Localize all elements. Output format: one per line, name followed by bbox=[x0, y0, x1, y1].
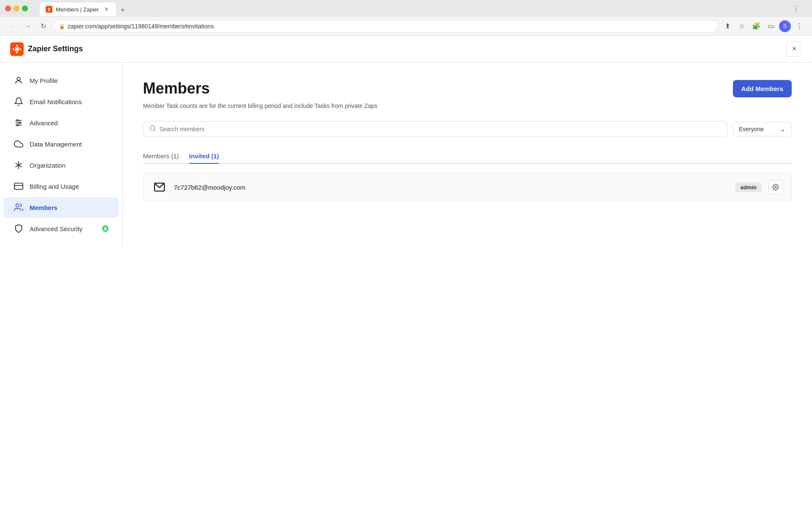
bell-icon bbox=[14, 97, 24, 107]
search-input[interactable] bbox=[159, 126, 721, 133]
page-header: Members Add Members bbox=[143, 80, 792, 97]
svg-point-6 bbox=[16, 124, 18, 126]
person-icon bbox=[14, 75, 24, 86]
sidebar-label-advanced: Advanced bbox=[30, 119, 109, 127]
page-title: Members bbox=[143, 80, 210, 97]
sidebar-label-advanced-security: Advanced Security bbox=[30, 225, 96, 232]
tab-favicon bbox=[46, 6, 52, 13]
shield-icon bbox=[14, 224, 24, 234]
lock-badge bbox=[102, 225, 109, 232]
sidebar: My Profile Email Notifications Advanced … bbox=[0, 63, 123, 246]
browser-tab[interactable]: Members | Zapier × bbox=[40, 3, 116, 16]
chevron-down-icon: ⌄ bbox=[780, 126, 785, 133]
back-button[interactable]: ← bbox=[7, 20, 19, 32]
url-text: zapier.com/app/settings/11980149/members… bbox=[68, 23, 712, 30]
svg-point-17 bbox=[775, 186, 776, 188]
sidebar-label-email-notifications: Email Notifications bbox=[30, 98, 109, 105]
zapier-logo-icon bbox=[10, 42, 24, 56]
sidebar-label-data-management: Data Management bbox=[30, 141, 109, 148]
sidebar-item-advanced-security[interactable]: Advanced Security bbox=[3, 218, 119, 239]
sidebar-item-email-notifications[interactable]: Email Notifications bbox=[3, 91, 119, 112]
member-row: 7c727b62@moodjoy.com admin bbox=[143, 172, 792, 202]
svg-rect-10 bbox=[14, 183, 23, 190]
tab-invited[interactable]: Invited (1) bbox=[189, 149, 219, 164]
profile-avatar[interactable]: S bbox=[779, 20, 791, 32]
address-bar[interactable]: 🔒 zapier.com/app/settings/11980149/membe… bbox=[52, 20, 718, 33]
add-members-button[interactable]: Add Members bbox=[733, 80, 792, 97]
page-subtitle: Member Task counts are for the current b… bbox=[143, 102, 792, 109]
filter-select-label: Everyone bbox=[739, 126, 764, 133]
bookmark-button[interactable]: ☆ bbox=[736, 20, 748, 32]
tab-members[interactable]: Members (1) bbox=[143, 149, 179, 164]
tab-title: Members | Zapier bbox=[56, 6, 100, 13]
filter-select[interactable]: Everyone ⌄ bbox=[732, 122, 792, 136]
sidebar-item-my-profile[interactable]: My Profile bbox=[3, 70, 119, 91]
extensions-button[interactable]: 🧩 bbox=[750, 20, 762, 32]
svg-point-4 bbox=[16, 120, 18, 121]
search-wrapper bbox=[143, 121, 727, 137]
ssl-lock-icon: 🔒 bbox=[59, 23, 65, 29]
browser-menu-button[interactable]: ⋮ bbox=[793, 20, 805, 32]
search-icon bbox=[149, 125, 156, 133]
sidebar-item-members[interactable]: Members bbox=[3, 197, 119, 218]
tabs-row: Members (1) Invited (1) bbox=[143, 149, 792, 164]
main-layout: My Profile Email Notifications Advanced … bbox=[0, 63, 812, 246]
close-traffic-light[interactable] bbox=[5, 6, 11, 11]
svg-point-5 bbox=[19, 122, 21, 124]
forward-button[interactable]: → bbox=[22, 20, 34, 32]
close-button[interactable]: × bbox=[787, 41, 802, 57]
svg-point-14 bbox=[150, 126, 155, 130]
new-tab-button[interactable]: + bbox=[117, 4, 129, 16]
member-settings-button[interactable] bbox=[768, 180, 783, 194]
email-icon bbox=[152, 179, 167, 195]
reload-button[interactable]: ↻ bbox=[37, 20, 49, 32]
traffic-lights bbox=[5, 6, 28, 11]
browser-chrome: Members | Zapier × + ⋮ ← → ↻ 🔒 zapier.co… bbox=[0, 0, 812, 36]
cloud-icon bbox=[14, 139, 24, 149]
member-email: 7c727b62@moodjoy.com bbox=[174, 184, 729, 191]
card-icon bbox=[14, 181, 24, 191]
sidebar-label-billing-and-usage: Billing and Usage bbox=[30, 183, 109, 190]
svg-point-12 bbox=[16, 204, 19, 207]
fullscreen-traffic-light[interactable] bbox=[22, 6, 28, 11]
svg-rect-13 bbox=[104, 229, 107, 230]
sidebar-label-members: Members bbox=[30, 204, 109, 211]
search-filter-row: Everyone ⌄ bbox=[143, 121, 792, 137]
people-icon bbox=[14, 202, 24, 213]
asterisk-icon bbox=[14, 160, 24, 170]
member-role-badge: admin bbox=[735, 182, 762, 192]
sidebar-label-my-profile: My Profile bbox=[30, 77, 109, 84]
sidebar-item-billing-and-usage[interactable]: Billing and Usage bbox=[3, 176, 119, 196]
content-area: Members Add Members Member Task counts a… bbox=[123, 63, 812, 246]
zapier-logo: Zapier Settings bbox=[10, 42, 83, 56]
sidebar-item-advanced[interactable]: Advanced bbox=[3, 113, 119, 133]
svg-point-0 bbox=[17, 77, 20, 80]
minimize-traffic-light[interactable] bbox=[14, 6, 19, 11]
app-title: Zapier Settings bbox=[28, 44, 83, 53]
sidebar-toggle-button[interactable]: ▭ bbox=[765, 20, 776, 32]
window-menu-button[interactable]: ⋮ bbox=[790, 3, 802, 14]
tab-close-button[interactable]: × bbox=[103, 6, 110, 13]
app-header: Zapier Settings × bbox=[0, 36, 812, 63]
svg-line-15 bbox=[154, 130, 155, 131]
share-button[interactable]: ⬆ bbox=[721, 20, 733, 32]
sidebar-item-organization[interactable]: Organization bbox=[3, 155, 119, 175]
sidebar-label-organization: Organization bbox=[30, 162, 109, 169]
sliders-icon bbox=[14, 118, 24, 128]
sidebar-item-data-management[interactable]: Data Management bbox=[3, 134, 119, 154]
